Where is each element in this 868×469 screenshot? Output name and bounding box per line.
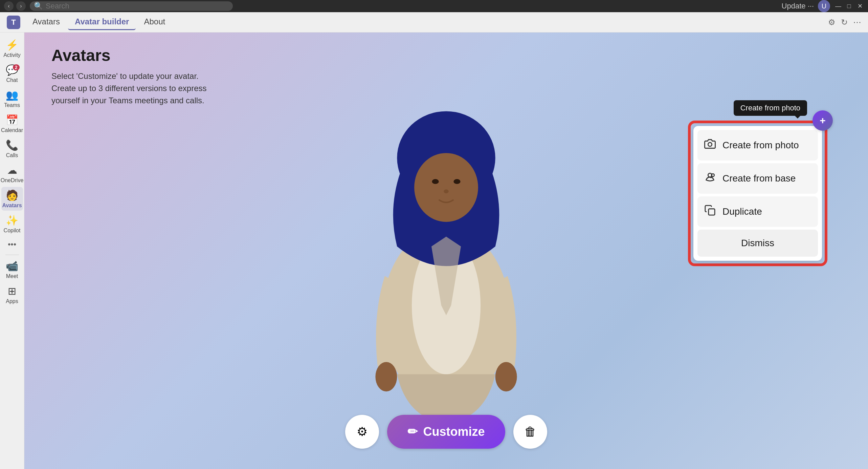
copilot-icon: ✨	[6, 214, 18, 226]
user-avatar[interactable]: U	[818, 0, 830, 12]
sidebar-more-dots[interactable]: •••	[8, 240, 16, 249]
minimize-button[interactable]: —	[834, 2, 842, 10]
page-desc-line3: yourself in your Teams meetings and call…	[51, 94, 206, 107]
sidebar-item-activity[interactable]: ⚡ Activity	[1, 37, 23, 60]
sidebar-item-calls[interactable]: 📞 Calls	[1, 137, 23, 161]
dismiss-item[interactable]: Dismiss	[697, 230, 818, 257]
sidebar-label-meet: Meet	[6, 273, 18, 279]
page-header: Avatars Select 'Customize' to update you…	[51, 46, 206, 107]
dropdown-container: Create from photo + Create from photo	[688, 121, 827, 266]
svg-point-4	[414, 153, 478, 222]
svg-point-6	[453, 179, 460, 184]
chat-badge: 2	[13, 64, 20, 70]
sidebar: ⚡ Activity 2 💬 Chat 👥 Teams 📅 Calendar 📞…	[0, 33, 24, 469]
customize-pencil-icon: ✏	[407, 425, 418, 439]
sidebar-label-chat: Chat	[6, 77, 18, 83]
window-controls: — □ ✕	[834, 2, 864, 10]
duplicate-label: Duplicate	[722, 206, 762, 217]
calls-icon: 📞	[6, 139, 18, 151]
title-bar: ‹ › 🔍 Update ··· U — □ ✕	[0, 0, 868, 12]
maximize-button[interactable]: □	[845, 2, 853, 10]
content-area: Avatars Select 'Customize' to update you…	[24, 33, 868, 469]
svg-point-5	[432, 179, 439, 184]
sidebar-label-activity: Activity	[3, 52, 21, 58]
tooltip-text: Create from photo	[740, 104, 800, 112]
title-bar-left: ‹ › 🔍	[4, 1, 233, 11]
svg-point-8	[375, 362, 397, 391]
sidebar-label-onedrive: OneDrive	[1, 177, 24, 184]
sidebar-label-avatars: Avatars	[2, 202, 22, 209]
settings-button[interactable]: ⚙	[345, 415, 379, 449]
sidebar-item-teams[interactable]: 👥 Teams	[1, 87, 23, 110]
main-layout: ⚡ Activity 2 💬 Chat 👥 Teams 📅 Calendar 📞…	[0, 33, 868, 469]
sidebar-divider	[5, 255, 19, 255]
more-icon[interactable]: ⋯	[853, 18, 861, 27]
back-button[interactable]: ‹	[4, 1, 14, 11]
apps-icon: ⊞	[8, 285, 16, 297]
teams-logo: T	[7, 16, 20, 29]
title-bar-right: Update ··· U — □ ✕	[782, 0, 864, 12]
duplicate-icon	[704, 205, 716, 219]
sidebar-item-apps[interactable]: ⊞ Apps	[1, 283, 23, 306]
page-description: Select 'Customize' to update your avatar…	[51, 70, 206, 107]
dropdown-menu: Create from photo Create from	[693, 126, 822, 261]
customize-label: Customize	[423, 425, 485, 439]
delete-trash-icon: 🗑	[524, 425, 536, 439]
search-icon: 🔍	[34, 2, 43, 10]
dismiss-label: Dismiss	[741, 238, 774, 249]
sidebar-label-calls: Calls	[6, 152, 18, 158]
add-avatar-button[interactable]: +	[813, 110, 833, 131]
close-button[interactable]: ✕	[856, 2, 864, 10]
onedrive-icon: ☁	[7, 164, 17, 176]
sidebar-item-onedrive[interactable]: ☁ OneDrive	[1, 162, 23, 186]
sidebar-label-teams: Teams	[4, 102, 20, 108]
refresh-icon[interactable]: ↻	[841, 18, 848, 27]
activity-icon: ⚡	[6, 39, 18, 51]
duplicate-item[interactable]: Duplicate	[697, 196, 818, 227]
delete-button[interactable]: 🗑	[513, 415, 547, 449]
forward-button[interactable]: ›	[16, 1, 26, 11]
create-from-photo-item[interactable]: Create from photo	[697, 130, 818, 161]
nav-controls: ‹ ›	[4, 1, 26, 11]
page-desc-line2: Create up to 3 different versions to exp…	[51, 82, 206, 94]
tab-avatar-builder[interactable]: Avatar builder	[68, 14, 136, 30]
dropdown-border: Create from photo Create from	[688, 121, 827, 266]
sidebar-item-calendar[interactable]: 📅 Calendar	[1, 112, 23, 135]
tab-avatars[interactable]: Avatars	[26, 14, 67, 30]
svg-rect-13	[709, 209, 715, 215]
page-title: Avatars	[51, 46, 206, 65]
sidebar-item-meet[interactable]: 📹 Meet	[1, 258, 23, 281]
avatars-icon: 🧑	[6, 189, 18, 201]
app-bar: T Avatars Avatar builder About ⚙ ↻ ⋯	[0, 12, 868, 33]
search-bar[interactable]: 🔍	[30, 1, 233, 11]
settings-icon[interactable]: ⚙	[828, 18, 836, 27]
avatar-base-icon	[704, 171, 716, 186]
settings-gear-icon: ⚙	[357, 425, 368, 439]
sidebar-item-chat[interactable]: 2 💬 Chat	[1, 62, 23, 85]
svg-point-7	[444, 189, 449, 193]
app-tabs: Avatars Avatar builder About	[26, 14, 172, 30]
create-from-photo-label: Create from photo	[722, 140, 799, 151]
page-desc-line1: Select 'Customize' to update your avatar…	[51, 70, 206, 82]
meet-icon: 📹	[6, 260, 18, 272]
tab-about[interactable]: About	[137, 14, 172, 30]
create-from-base-label: Create from base	[722, 173, 796, 184]
update-button[interactable]: Update ···	[782, 2, 814, 10]
camera-icon	[704, 138, 716, 152]
tooltip: Create from photo	[734, 100, 807, 116]
sidebar-label-calendar: Calendar	[1, 127, 23, 133]
sidebar-label-apps: Apps	[6, 298, 18, 304]
sidebar-item-avatars[interactable]: 🧑 Avatars	[1, 187, 23, 211]
customize-button[interactable]: ✏ Customize	[387, 415, 505, 449]
sidebar-item-copilot[interactable]: ✨ Copilot	[1, 212, 23, 236]
search-input[interactable]	[46, 2, 229, 10]
teams-icon: 👥	[6, 89, 18, 101]
svg-point-9	[495, 362, 517, 391]
svg-point-10	[708, 143, 712, 146]
create-from-base-item[interactable]: Create from base	[697, 163, 818, 194]
bottom-toolbar: ⚙ ✏ Customize 🗑	[24, 415, 868, 449]
sidebar-label-copilot: Copilot	[4, 228, 21, 234]
calendar-icon: 📅	[6, 114, 18, 126]
